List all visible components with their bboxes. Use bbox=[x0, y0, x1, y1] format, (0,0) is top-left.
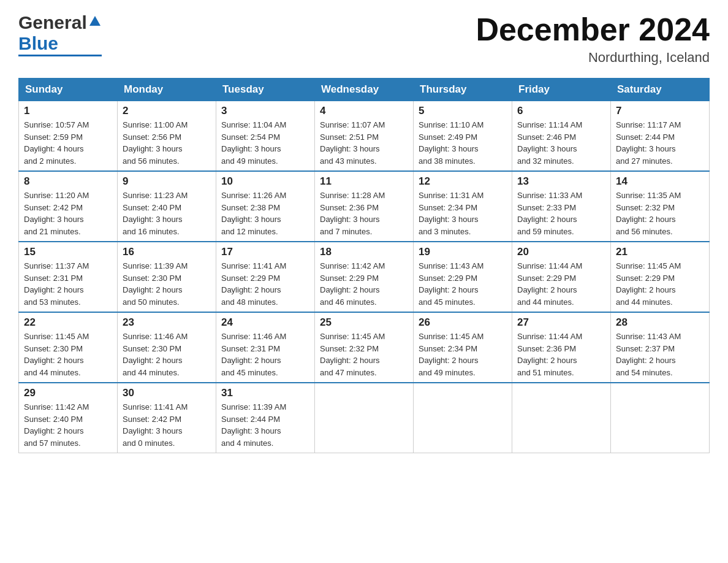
location-label: Nordurthing, Iceland bbox=[476, 50, 710, 66]
calendar-cell: 6Sunrise: 11:14 AM Sunset: 2:46 PM Dayli… bbox=[512, 101, 611, 172]
logo-blue-text: Blue bbox=[18, 33, 58, 54]
day-info: Sunrise: 11:45 AM Sunset: 2:29 PM Daylig… bbox=[616, 260, 704, 308]
weekday-header-thursday: Thursday bbox=[414, 79, 512, 101]
day-number: 25 bbox=[320, 316, 408, 329]
day-number: 5 bbox=[419, 105, 507, 117]
day-number: 27 bbox=[517, 316, 605, 329]
calendar-week-row: 29Sunrise: 11:42 AM Sunset: 2:40 PM Dayl… bbox=[19, 383, 710, 453]
calendar-cell: 8Sunrise: 11:20 AM Sunset: 2:42 PM Dayli… bbox=[19, 171, 118, 242]
calendar-cell: 19Sunrise: 11:43 AM Sunset: 2:29 PM Dayl… bbox=[414, 242, 512, 312]
calendar-cell: 20Sunrise: 11:44 AM Sunset: 2:29 PM Dayl… bbox=[512, 242, 611, 312]
day-info: Sunrise: 11:26 AM Sunset: 2:38 PM Daylig… bbox=[221, 190, 309, 237]
calendar-cell: 21Sunrise: 11:45 AM Sunset: 2:29 PM Dayl… bbox=[611, 242, 710, 312]
calendar-cell: 15Sunrise: 11:37 AM Sunset: 2:31 PM Dayl… bbox=[19, 242, 118, 312]
logo-general-text: General bbox=[18, 12, 87, 33]
calendar-cell: 12Sunrise: 11:31 AM Sunset: 2:34 PM Dayl… bbox=[414, 171, 512, 242]
day-info: Sunrise: 11:39 AM Sunset: 2:44 PM Daylig… bbox=[221, 401, 309, 449]
weekday-header-tuesday: Tuesday bbox=[216, 79, 315, 101]
day-number: 30 bbox=[123, 387, 211, 399]
calendar-cell: 1Sunrise: 10:57 AM Sunset: 2:59 PM Dayli… bbox=[19, 101, 118, 172]
day-number: 28 bbox=[616, 316, 704, 329]
calendar-cell: 5Sunrise: 11:10 AM Sunset: 2:49 PM Dayli… bbox=[414, 101, 512, 172]
day-info: Sunrise: 11:42 AM Sunset: 2:40 PM Daylig… bbox=[24, 401, 112, 449]
day-info: Sunrise: 11:17 AM Sunset: 2:44 PM Daylig… bbox=[616, 119, 704, 167]
day-number: 3 bbox=[221, 105, 309, 117]
calendar-cell: 9Sunrise: 11:23 AM Sunset: 2:40 PM Dayli… bbox=[118, 171, 216, 242]
day-number: 26 bbox=[419, 316, 507, 329]
calendar-week-row: 8Sunrise: 11:20 AM Sunset: 2:42 PM Dayli… bbox=[19, 171, 710, 242]
day-info: Sunrise: 11:46 AM Sunset: 2:30 PM Daylig… bbox=[123, 331, 211, 378]
calendar-cell bbox=[611, 383, 710, 453]
day-number: 29 bbox=[24, 387, 112, 399]
calendar-cell: 17Sunrise: 11:41 AM Sunset: 2:29 PM Dayl… bbox=[216, 242, 315, 312]
day-number: 11 bbox=[320, 175, 408, 188]
day-number: 4 bbox=[320, 105, 408, 117]
calendar-cell: 13Sunrise: 11:33 AM Sunset: 2:33 PM Dayl… bbox=[512, 171, 611, 242]
weekday-header-sunday: Sunday bbox=[19, 79, 118, 101]
calendar-week-row: 22Sunrise: 11:45 AM Sunset: 2:30 PM Dayl… bbox=[19, 312, 710, 383]
day-info: Sunrise: 11:23 AM Sunset: 2:40 PM Daylig… bbox=[123, 190, 211, 237]
calendar-cell: 7Sunrise: 11:17 AM Sunset: 2:44 PM Dayli… bbox=[611, 101, 710, 172]
calendar-cell: 28Sunrise: 11:43 AM Sunset: 2:37 PM Dayl… bbox=[611, 312, 710, 383]
calendar-cell: 26Sunrise: 11:45 AM Sunset: 2:34 PM Dayl… bbox=[414, 312, 512, 383]
calendar-cell: 29Sunrise: 11:42 AM Sunset: 2:40 PM Dayl… bbox=[19, 383, 118, 453]
calendar-cell bbox=[315, 383, 414, 453]
day-number: 20 bbox=[517, 246, 605, 258]
day-info: Sunrise: 11:10 AM Sunset: 2:49 PM Daylig… bbox=[419, 119, 507, 167]
day-number: 12 bbox=[419, 175, 507, 188]
calendar-cell: 31Sunrise: 11:39 AM Sunset: 2:44 PM Dayl… bbox=[216, 383, 315, 453]
day-info: Sunrise: 11:45 AM Sunset: 2:32 PM Daylig… bbox=[320, 331, 408, 378]
day-number: 7 bbox=[616, 105, 704, 117]
calendar-cell: 4Sunrise: 11:07 AM Sunset: 2:51 PM Dayli… bbox=[315, 101, 414, 172]
calendar-cell: 23Sunrise: 11:46 AM Sunset: 2:30 PM Dayl… bbox=[118, 312, 216, 383]
weekday-header-friday: Friday bbox=[512, 79, 611, 101]
calendar-cell: 14Sunrise: 11:35 AM Sunset: 2:32 PM Dayl… bbox=[611, 171, 710, 242]
day-info: Sunrise: 11:37 AM Sunset: 2:31 PM Daylig… bbox=[24, 260, 112, 308]
weekday-header-wednesday: Wednesday bbox=[315, 79, 414, 101]
day-info: Sunrise: 11:43 AM Sunset: 2:37 PM Daylig… bbox=[616, 331, 704, 378]
calendar-cell: 30Sunrise: 11:41 AM Sunset: 2:42 PM Dayl… bbox=[118, 383, 216, 453]
calendar-table: SundayMondayTuesdayWednesdayThursdayFrid… bbox=[18, 78, 710, 453]
month-title: December 2024 bbox=[476, 12, 710, 47]
day-number: 23 bbox=[123, 316, 211, 329]
svg-marker-0 bbox=[89, 16, 100, 26]
weekday-header-saturday: Saturday bbox=[611, 79, 710, 101]
day-number: 14 bbox=[616, 175, 704, 188]
day-info: Sunrise: 11:42 AM Sunset: 2:29 PM Daylig… bbox=[320, 260, 408, 308]
day-info: Sunrise: 11:45 AM Sunset: 2:34 PM Daylig… bbox=[419, 331, 507, 378]
day-number: 18 bbox=[320, 246, 408, 258]
day-info: Sunrise: 11:04 AM Sunset: 2:54 PM Daylig… bbox=[221, 119, 309, 167]
day-info: Sunrise: 11:43 AM Sunset: 2:29 PM Daylig… bbox=[419, 260, 507, 308]
day-info: Sunrise: 11:07 AM Sunset: 2:51 PM Daylig… bbox=[320, 119, 408, 167]
day-number: 19 bbox=[419, 246, 507, 258]
day-info: Sunrise: 11:46 AM Sunset: 2:31 PM Daylig… bbox=[221, 331, 309, 378]
day-info: Sunrise: 11:35 AM Sunset: 2:32 PM Daylig… bbox=[616, 190, 704, 237]
day-info: Sunrise: 11:28 AM Sunset: 2:36 PM Daylig… bbox=[320, 190, 408, 237]
day-number: 6 bbox=[517, 105, 605, 117]
calendar-cell: 18Sunrise: 11:42 AM Sunset: 2:29 PM Dayl… bbox=[315, 242, 414, 312]
day-info: Sunrise: 10:57 AM Sunset: 2:59 PM Daylig… bbox=[24, 119, 112, 167]
day-number: 22 bbox=[24, 316, 112, 329]
calendar-cell: 24Sunrise: 11:46 AM Sunset: 2:31 PM Dayl… bbox=[216, 312, 315, 383]
day-number: 2 bbox=[123, 105, 211, 117]
calendar-week-row: 1Sunrise: 10:57 AM Sunset: 2:59 PM Dayli… bbox=[19, 101, 710, 172]
calendar-cell: 25Sunrise: 11:45 AM Sunset: 2:32 PM Dayl… bbox=[315, 312, 414, 383]
calendar-week-row: 15Sunrise: 11:37 AM Sunset: 2:31 PM Dayl… bbox=[19, 242, 710, 312]
day-info: Sunrise: 11:41 AM Sunset: 2:42 PM Daylig… bbox=[123, 401, 211, 449]
calendar-cell bbox=[414, 383, 512, 453]
day-info: Sunrise: 11:39 AM Sunset: 2:30 PM Daylig… bbox=[123, 260, 211, 308]
day-info: Sunrise: 11:44 AM Sunset: 2:29 PM Daylig… bbox=[517, 260, 605, 308]
day-number: 15 bbox=[24, 246, 112, 258]
calendar-cell: 16Sunrise: 11:39 AM Sunset: 2:30 PM Dayl… bbox=[118, 242, 216, 312]
title-block: December 2024 Nordurthing, Iceland bbox=[476, 12, 710, 66]
day-number: 31 bbox=[221, 387, 309, 399]
page-header: General Blue December 2024 Nordurthing, … bbox=[18, 12, 710, 66]
day-info: Sunrise: 11:31 AM Sunset: 2:34 PM Daylig… bbox=[419, 190, 507, 237]
logo-triangle-icon bbox=[88, 15, 102, 28]
day-info: Sunrise: 11:45 AM Sunset: 2:30 PM Daylig… bbox=[24, 331, 112, 378]
day-number: 1 bbox=[24, 105, 112, 117]
logo-underline bbox=[18, 55, 102, 56]
day-number: 13 bbox=[517, 175, 605, 188]
day-number: 10 bbox=[221, 175, 309, 188]
calendar-cell: 11Sunrise: 11:28 AM Sunset: 2:36 PM Dayl… bbox=[315, 171, 414, 242]
